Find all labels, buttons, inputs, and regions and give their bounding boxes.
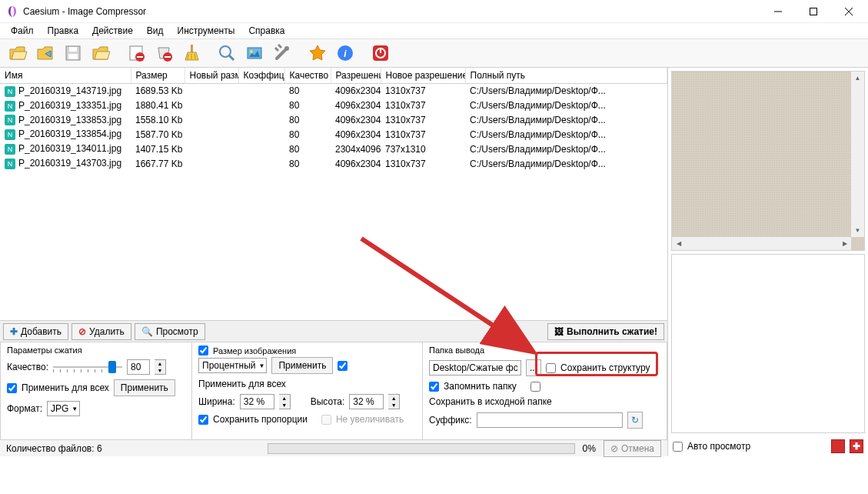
svg-point-20 xyxy=(284,46,289,51)
svg-rect-9 xyxy=(137,56,143,58)
no-enlarge-checkbox xyxy=(321,415,331,425)
width-spinner[interactable]: ▲▼ xyxy=(279,394,291,409)
remember-checkbox[interactable] xyxy=(429,382,439,392)
file-icon: N xyxy=(5,101,15,112)
toolbar-remove-all[interactable] xyxy=(151,40,177,66)
scrollbar-vertical[interactable]: ▲▼ xyxy=(851,72,864,237)
auto-preview-checkbox[interactable] xyxy=(673,442,683,452)
menu-file[interactable]: Файл xyxy=(5,24,40,38)
file-icon: N xyxy=(5,86,15,97)
compression-title: Параметры сжатия xyxy=(7,345,185,355)
preview-button[interactable]: 🔍Просмотр xyxy=(135,323,205,340)
no-enlarge-label: Не увеличивать xyxy=(336,414,404,425)
add-button[interactable]: ✚Добавить xyxy=(3,323,68,340)
chevron-down-icon: ▼ xyxy=(258,362,264,369)
save-source-checkbox[interactable] xyxy=(530,382,540,392)
preview-original[interactable]: ▲▼ ◀▶ xyxy=(671,71,865,251)
menu-view[interactable]: Вид xyxy=(141,24,170,38)
svg-rect-5 xyxy=(69,47,77,52)
suffix-reset-button[interactable]: ↻ xyxy=(627,412,643,429)
file-table[interactable]: Имя Размер Новый разм Коэффици Качество … xyxy=(0,68,667,320)
plus-icon: ✚ xyxy=(10,326,18,337)
svg-rect-1 xyxy=(810,8,817,15)
toolbar-remove[interactable] xyxy=(123,40,149,66)
format-select[interactable]: JPG▼ xyxy=(47,401,80,416)
preview-panel: ▲▼ ◀▶ Авто просмотр ✚ xyxy=(668,68,868,456)
resize-apply-button[interactable]: Применить xyxy=(271,357,333,374)
table-row[interactable]: NP_20160319_134011.jpg1407.15 Kb802304x4… xyxy=(0,142,667,156)
table-row[interactable]: NP_20160319_143703.jpg1667.77 Kb804096x2… xyxy=(0,156,667,171)
col-res[interactable]: Разрешение xyxy=(331,68,381,84)
col-quality[interactable]: Качество xyxy=(284,68,331,84)
menu-edit[interactable]: Правка xyxy=(42,24,85,38)
auto-preview-label: Авто просмотр xyxy=(687,441,750,452)
col-newsize[interactable]: Новый разм xyxy=(185,68,238,84)
zoom-out-button[interactable] xyxy=(831,439,845,453)
col-name[interactable]: Имя xyxy=(0,68,131,84)
toolbar-save[interactable] xyxy=(60,40,86,66)
format-label: Формат: xyxy=(7,403,42,414)
save-source-label: Сохранить в исходной папке xyxy=(429,396,552,407)
window-title: Caesium - Image Compressor xyxy=(23,6,760,17)
svg-point-19 xyxy=(250,50,253,53)
toolbar-save-as[interactable] xyxy=(88,40,114,66)
toolbar-open-folder[interactable] xyxy=(32,40,58,66)
cancel-icon: ⊘ xyxy=(610,443,618,454)
resize-mode-select[interactable]: Процентный▼ xyxy=(198,358,267,373)
table-row[interactable]: NP_20160319_133351.jpg1880.41 Kb804096x2… xyxy=(0,98,667,113)
table-row[interactable]: NP_20160319_133853.jpg1558.10 Kb804096x2… xyxy=(0,113,667,128)
resize-enable-checkbox[interactable] xyxy=(198,345,208,355)
col-path[interactable]: Полный путь xyxy=(465,68,667,84)
options-panel: Параметры сжатия Качество: ▲▼ Применить … xyxy=(0,342,667,439)
toolbar-star[interactable] xyxy=(304,40,331,66)
width-input[interactable] xyxy=(240,394,274,409)
toolbar-settings[interactable] xyxy=(269,40,295,66)
toolbar-compress[interactable] xyxy=(241,40,268,66)
preview-compressed[interactable] xyxy=(671,254,865,434)
compress-icon: 🖼 xyxy=(554,326,564,337)
quality-spinner[interactable]: ▲▼ xyxy=(155,359,166,375)
height-input[interactable] xyxy=(349,394,384,409)
col-coef[interactable]: Коэффици xyxy=(238,68,284,84)
col-size[interactable]: Размер xyxy=(131,68,185,84)
zoom-in-button[interactable]: ✚ xyxy=(850,439,863,453)
minimize-button[interactable] xyxy=(760,0,796,23)
output-path-input[interactable] xyxy=(429,360,521,376)
delete-button[interactable]: ⊘Удалить xyxy=(72,323,131,340)
toolbar-power[interactable] xyxy=(367,40,394,66)
file-icon: N xyxy=(5,144,15,155)
table-row[interactable]: NP_20160319_143719.jpg1689.53 Kb804096x2… xyxy=(0,84,667,98)
menu-action[interactable]: Действие xyxy=(86,24,139,38)
menu-help[interactable]: Справка xyxy=(242,24,291,38)
scrollbar-horizontal[interactable]: ◀▶ xyxy=(672,237,851,250)
toolbar-clean[interactable] xyxy=(178,40,205,66)
quality-apply-button[interactable]: Применить xyxy=(114,379,175,396)
chevron-down-icon: ▼ xyxy=(72,406,78,412)
resize-title: Размер изображения xyxy=(213,346,296,355)
height-spinner[interactable]: ▲▼ xyxy=(388,394,400,409)
forbidden-icon: ⊘ xyxy=(78,326,86,337)
close-button[interactable] xyxy=(831,0,866,23)
suffix-label: Суффикс: xyxy=(429,415,472,426)
quality-apply-all-checkbox[interactable] xyxy=(7,383,17,393)
browse-button[interactable]: ... xyxy=(526,359,541,376)
quality-slider[interactable] xyxy=(53,359,122,375)
resize-apply-all-checkbox[interactable] xyxy=(338,361,348,371)
progress-bar xyxy=(268,443,575,454)
col-newres[interactable]: Новое разрешение xyxy=(381,68,465,84)
quality-label: Качество: xyxy=(7,362,48,372)
file-icon: N xyxy=(5,115,15,125)
toolbar-info[interactable]: i xyxy=(332,40,358,66)
compress-button[interactable]: 🖼Выполнить сжатие! xyxy=(547,323,664,340)
menubar: Файл Правка Действие Вид Инструменты Спр… xyxy=(0,23,868,38)
table-row[interactable]: NP_20160319_133854.jpg1587.70 Kb804096x2… xyxy=(0,127,667,142)
maximize-button[interactable] xyxy=(796,0,831,23)
suffix-input[interactable] xyxy=(477,412,623,428)
toolbar-open-file[interactable] xyxy=(5,40,31,66)
keep-structure-checkbox[interactable] xyxy=(546,363,556,373)
keep-ratio-checkbox[interactable] xyxy=(198,415,208,425)
toolbar-preview[interactable] xyxy=(214,40,240,66)
svg-rect-11 xyxy=(165,56,171,58)
quality-input[interactable] xyxy=(127,359,150,375)
menu-tools[interactable]: Инструменты xyxy=(171,24,241,38)
